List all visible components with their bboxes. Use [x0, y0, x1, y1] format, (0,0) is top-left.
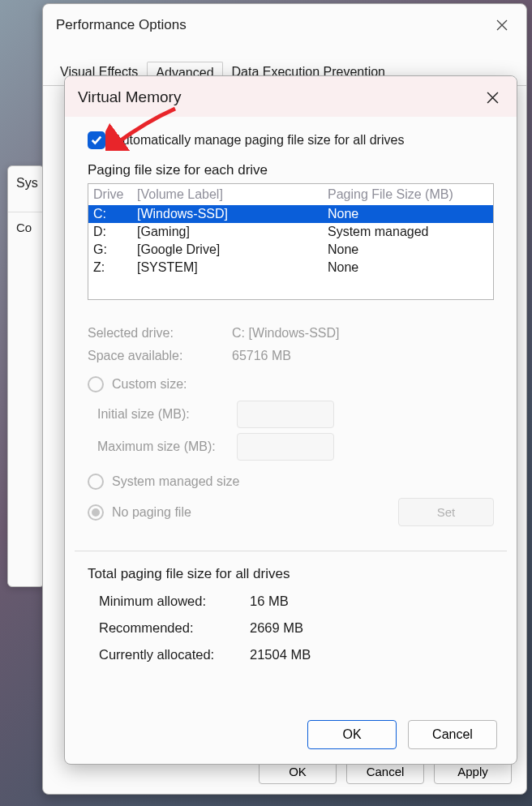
drive-row[interactable]: G:[Google Drive]None — [88, 241, 493, 259]
drive-list[interactable]: Drive [Volume Label] Paging File Size (M… — [88, 183, 494, 300]
drive-row[interactable]: Z:[SYSTEM]None — [88, 259, 493, 277]
no-paging-file-radio — [88, 504, 104, 521]
virtual-memory-dialog: Virtual Memory Automatically manage pagi… — [64, 75, 517, 765]
no-paging-file-label: No paging file — [112, 505, 191, 520]
column-drive: Drive — [93, 187, 137, 202]
drive-volume: [SYSTEM] — [137, 260, 328, 275]
maximum-size-label: Maximum size (MB): — [97, 439, 237, 454]
recommended-label: Recommended: — [99, 620, 250, 636]
system-managed-radio — [88, 474, 104, 490]
drive-letter: C: — [93, 207, 137, 221]
custom-size-radio — [88, 376, 104, 392]
drive-volume: [Gaming] — [137, 225, 328, 239]
system-window-item-fragment: Co — [8, 212, 44, 234]
initial-size-input — [237, 401, 334, 428]
drive-list-header: Drive [Volume Label] Paging File Size (M… — [88, 184, 493, 205]
drive-letter: D: — [93, 225, 137, 239]
initial-size-label: Initial size (MB): — [97, 407, 237, 422]
close-icon — [496, 19, 508, 31]
system-managed-label: System managed size — [112, 474, 239, 489]
drive-volume: [Google Drive] — [137, 242, 328, 257]
currently-allocated-value: 21504 MB — [250, 647, 311, 662]
totals-section-label: Total paging file size for all drives — [88, 566, 494, 582]
auto-manage-label: Automatically manage paging file size fo… — [114, 133, 404, 148]
space-available-value: 65716 MB — [232, 349, 291, 363]
close-icon — [487, 92, 499, 104]
drive-size: None — [328, 260, 490, 275]
drive-volume: [Windows-SSD] — [137, 207, 328, 221]
checkmark-icon — [91, 135, 102, 146]
maximum-size-input — [237, 433, 334, 461]
paging-file-section-label: Paging file size for each drive — [88, 162, 494, 178]
drive-row[interactable]: D:[Gaming]System managed — [88, 223, 493, 241]
system-properties-window-fragment: Sys Co — [7, 165, 45, 587]
drive-size: None — [328, 207, 490, 221]
selected-drive-value: C: [Windows-SSD] — [232, 326, 339, 341]
set-button: Set — [398, 498, 494, 526]
vm-cancel-button[interactable]: Cancel — [408, 720, 497, 749]
vm-ok-button[interactable]: OK — [307, 720, 397, 749]
virtual-memory-close-button[interactable] — [481, 86, 504, 109]
drive-row[interactable]: C:[Windows-SSD]None — [88, 205, 493, 223]
space-available-label: Space available: — [88, 349, 232, 363]
auto-manage-checkbox[interactable] — [88, 131, 105, 149]
performance-options-close-button[interactable] — [491, 14, 513, 36]
minimum-allowed-label: Minimum allowed: — [99, 594, 250, 609]
performance-options-title: Performance Options — [56, 17, 187, 33]
virtual-memory-title: Virtual Memory — [78, 88, 181, 106]
system-window-title-fragment: Sys — [8, 166, 44, 191]
drive-size: None — [328, 242, 490, 257]
recommended-value: 2669 MB — [250, 620, 303, 636]
drive-letter: G: — [93, 242, 137, 257]
drive-letter: Z: — [93, 260, 137, 275]
selected-drive-label: Selected drive: — [88, 326, 232, 341]
custom-size-label: Custom size: — [112, 377, 187, 392]
divider — [75, 551, 507, 551]
column-size: Paging File Size (MB) — [328, 187, 490, 202]
drive-size: System managed — [328, 225, 490, 239]
currently-allocated-label: Currently allocated: — [99, 647, 250, 662]
minimum-allowed-value: 16 MB — [250, 594, 289, 609]
column-volume: [Volume Label] — [137, 187, 328, 202]
